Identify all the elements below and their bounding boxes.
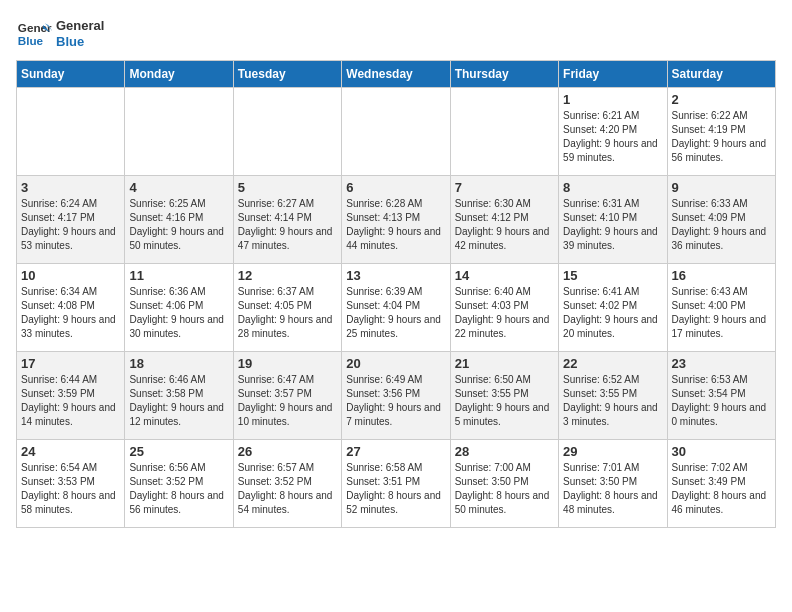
calendar-cell: 25Sunrise: 6:56 AM Sunset: 3:52 PM Dayli… [125,440,233,528]
day-info: Sunrise: 6:30 AM Sunset: 4:12 PM Dayligh… [455,197,554,253]
calendar-cell [17,88,125,176]
day-number: 8 [563,180,662,195]
day-info: Sunrise: 6:28 AM Sunset: 4:13 PM Dayligh… [346,197,445,253]
calendar-cell: 6Sunrise: 6:28 AM Sunset: 4:13 PM Daylig… [342,176,450,264]
day-number: 12 [238,268,337,283]
calendar-cell: 7Sunrise: 6:30 AM Sunset: 4:12 PM Daylig… [450,176,558,264]
calendar-cell: 22Sunrise: 6:52 AM Sunset: 3:55 PM Dayli… [559,352,667,440]
calendar-cell [233,88,341,176]
day-info: Sunrise: 6:52 AM Sunset: 3:55 PM Dayligh… [563,373,662,429]
day-number: 4 [129,180,228,195]
day-number: 10 [21,268,120,283]
day-number: 5 [238,180,337,195]
day-number: 24 [21,444,120,459]
logo-line2: Blue [56,34,104,50]
calendar-cell: 23Sunrise: 6:53 AM Sunset: 3:54 PM Dayli… [667,352,775,440]
calendar-cell: 8Sunrise: 6:31 AM Sunset: 4:10 PM Daylig… [559,176,667,264]
svg-text:Blue: Blue [18,34,44,47]
day-header-friday: Friday [559,61,667,88]
day-number: 30 [672,444,771,459]
day-number: 27 [346,444,445,459]
calendar-cell: 5Sunrise: 6:27 AM Sunset: 4:14 PM Daylig… [233,176,341,264]
day-info: Sunrise: 6:58 AM Sunset: 3:51 PM Dayligh… [346,461,445,517]
calendar-cell: 16Sunrise: 6:43 AM Sunset: 4:00 PM Dayli… [667,264,775,352]
day-info: Sunrise: 6:33 AM Sunset: 4:09 PM Dayligh… [672,197,771,253]
day-number: 23 [672,356,771,371]
calendar-cell: 20Sunrise: 6:49 AM Sunset: 3:56 PM Dayli… [342,352,450,440]
day-number: 2 [672,92,771,107]
day-number: 21 [455,356,554,371]
day-number: 3 [21,180,120,195]
calendar-cell: 3Sunrise: 6:24 AM Sunset: 4:17 PM Daylig… [17,176,125,264]
day-info: Sunrise: 6:54 AM Sunset: 3:53 PM Dayligh… [21,461,120,517]
day-header-wednesday: Wednesday [342,61,450,88]
day-info: Sunrise: 7:02 AM Sunset: 3:49 PM Dayligh… [672,461,771,517]
day-info: Sunrise: 6:31 AM Sunset: 4:10 PM Dayligh… [563,197,662,253]
svg-text:General: General [18,21,52,34]
day-header-sunday: Sunday [17,61,125,88]
day-number: 20 [346,356,445,371]
calendar-cell: 19Sunrise: 6:47 AM Sunset: 3:57 PM Dayli… [233,352,341,440]
day-header-monday: Monday [125,61,233,88]
logo-line1: General [56,18,104,34]
logo: General Blue General Blue [16,16,104,52]
day-info: Sunrise: 6:57 AM Sunset: 3:52 PM Dayligh… [238,461,337,517]
day-number: 29 [563,444,662,459]
day-info: Sunrise: 6:27 AM Sunset: 4:14 PM Dayligh… [238,197,337,253]
calendar-cell: 17Sunrise: 6:44 AM Sunset: 3:59 PM Dayli… [17,352,125,440]
calendar-cell: 10Sunrise: 6:34 AM Sunset: 4:08 PM Dayli… [17,264,125,352]
day-number: 17 [21,356,120,371]
day-info: Sunrise: 6:49 AM Sunset: 3:56 PM Dayligh… [346,373,445,429]
day-number: 14 [455,268,554,283]
day-info: Sunrise: 6:25 AM Sunset: 4:16 PM Dayligh… [129,197,228,253]
calendar-cell: 15Sunrise: 6:41 AM Sunset: 4:02 PM Dayli… [559,264,667,352]
calendar-cell: 24Sunrise: 6:54 AM Sunset: 3:53 PM Dayli… [17,440,125,528]
day-number: 28 [455,444,554,459]
day-info: Sunrise: 7:01 AM Sunset: 3:50 PM Dayligh… [563,461,662,517]
calendar-cell: 26Sunrise: 6:57 AM Sunset: 3:52 PM Dayli… [233,440,341,528]
calendar-cell: 11Sunrise: 6:36 AM Sunset: 4:06 PM Dayli… [125,264,233,352]
calendar-cell: 18Sunrise: 6:46 AM Sunset: 3:58 PM Dayli… [125,352,233,440]
calendar-cell: 2Sunrise: 6:22 AM Sunset: 4:19 PM Daylig… [667,88,775,176]
day-number: 18 [129,356,228,371]
day-info: Sunrise: 6:41 AM Sunset: 4:02 PM Dayligh… [563,285,662,341]
day-number: 25 [129,444,228,459]
calendar-cell: 14Sunrise: 6:40 AM Sunset: 4:03 PM Dayli… [450,264,558,352]
calendar-cell: 21Sunrise: 6:50 AM Sunset: 3:55 PM Dayli… [450,352,558,440]
day-info: Sunrise: 6:24 AM Sunset: 4:17 PM Dayligh… [21,197,120,253]
day-number: 1 [563,92,662,107]
day-number: 15 [563,268,662,283]
day-info: Sunrise: 6:39 AM Sunset: 4:04 PM Dayligh… [346,285,445,341]
day-number: 7 [455,180,554,195]
logo-icon: General Blue [16,16,52,52]
day-info: Sunrise: 6:50 AM Sunset: 3:55 PM Dayligh… [455,373,554,429]
day-number: 6 [346,180,445,195]
day-info: Sunrise: 6:44 AM Sunset: 3:59 PM Dayligh… [21,373,120,429]
calendar-cell: 9Sunrise: 6:33 AM Sunset: 4:09 PM Daylig… [667,176,775,264]
day-info: Sunrise: 6:37 AM Sunset: 4:05 PM Dayligh… [238,285,337,341]
calendar-cell [342,88,450,176]
day-info: Sunrise: 6:56 AM Sunset: 3:52 PM Dayligh… [129,461,228,517]
calendar-cell: 28Sunrise: 7:00 AM Sunset: 3:50 PM Dayli… [450,440,558,528]
calendar-cell: 4Sunrise: 6:25 AM Sunset: 4:16 PM Daylig… [125,176,233,264]
calendar-cell: 12Sunrise: 6:37 AM Sunset: 4:05 PM Dayli… [233,264,341,352]
day-header-tuesday: Tuesday [233,61,341,88]
day-number: 22 [563,356,662,371]
day-info: Sunrise: 6:36 AM Sunset: 4:06 PM Dayligh… [129,285,228,341]
day-info: Sunrise: 6:43 AM Sunset: 4:00 PM Dayligh… [672,285,771,341]
calendar-cell [450,88,558,176]
day-info: Sunrise: 6:47 AM Sunset: 3:57 PM Dayligh… [238,373,337,429]
day-info: Sunrise: 6:53 AM Sunset: 3:54 PM Dayligh… [672,373,771,429]
day-number: 19 [238,356,337,371]
day-info: Sunrise: 6:40 AM Sunset: 4:03 PM Dayligh… [455,285,554,341]
day-header-thursday: Thursday [450,61,558,88]
calendar-cell [125,88,233,176]
calendar-table: SundayMondayTuesdayWednesdayThursdayFrid… [16,60,776,528]
day-info: Sunrise: 6:46 AM Sunset: 3:58 PM Dayligh… [129,373,228,429]
header: General Blue General Blue [16,16,776,52]
calendar-cell: 13Sunrise: 6:39 AM Sunset: 4:04 PM Dayli… [342,264,450,352]
day-number: 13 [346,268,445,283]
calendar-cell: 27Sunrise: 6:58 AM Sunset: 3:51 PM Dayli… [342,440,450,528]
day-number: 11 [129,268,228,283]
day-number: 16 [672,268,771,283]
